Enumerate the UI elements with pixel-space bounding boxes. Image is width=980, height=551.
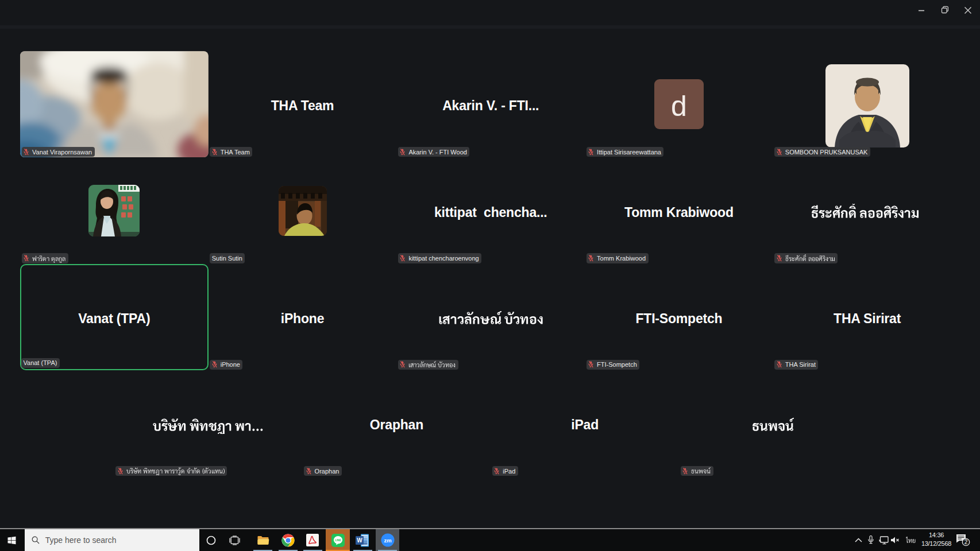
svg-text:zm: zm: [384, 537, 391, 544]
svg-text:2: 2: [964, 539, 968, 545]
svg-text:W: W: [357, 537, 362, 544]
svg-text:LINE: LINE: [335, 539, 341, 542]
